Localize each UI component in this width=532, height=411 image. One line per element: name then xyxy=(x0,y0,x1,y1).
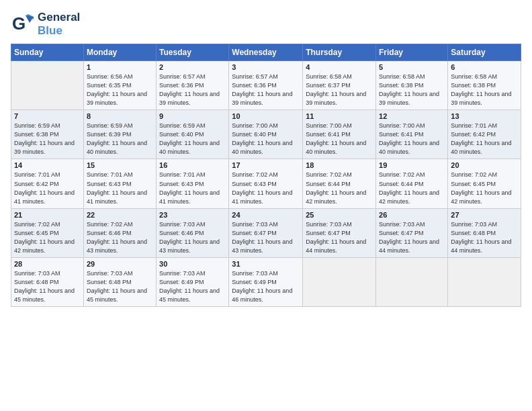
day-info: Sunrise: 7:01 AM Sunset: 6:43 PM Dayligh… xyxy=(159,171,226,205)
day-number: 27 xyxy=(451,211,518,219)
day-number: 11 xyxy=(306,112,373,120)
calendar-cell: 15 Sunrise: 7:01 AM Sunset: 6:43 PM Dayl… xyxy=(83,159,156,208)
week-row-2: 7 Sunrise: 6:59 AM Sunset: 6:38 PM Dayli… xyxy=(11,110,521,159)
day-number: 3 xyxy=(232,63,300,71)
day-info: Sunrise: 7:03 AM Sunset: 6:47 PM Dayligh… xyxy=(379,220,445,255)
calendar-cell: 12 Sunrise: 7:00 AM Sunset: 6:41 PM Dayl… xyxy=(376,110,448,159)
calendar-cell: 11 Sunrise: 7:00 AM Sunset: 6:41 PM Dayl… xyxy=(303,110,376,159)
day-info: Sunrise: 7:02 AM Sunset: 6:46 PM Dayligh… xyxy=(87,220,153,255)
calendar-cell: 27 Sunrise: 7:03 AM Sunset: 6:48 PM Dayl… xyxy=(448,208,521,257)
day-number: 20 xyxy=(451,161,518,169)
week-row-1: 1 Sunrise: 6:56 AM Sunset: 6:35 PM Dayli… xyxy=(11,61,521,110)
calendar-cell: 31 Sunrise: 7:03 AM Sunset: 6:49 PM Dayl… xyxy=(229,257,303,306)
day-info: Sunrise: 7:03 AM Sunset: 6:46 PM Dayligh… xyxy=(159,220,226,255)
calendar-cell: 30 Sunrise: 7:03 AM Sunset: 6:49 PM Dayl… xyxy=(157,257,229,306)
calendar-cell: 3 Sunrise: 6:57 AM Sunset: 6:36 PM Dayli… xyxy=(229,61,303,110)
weekday-header-tuesday: Tuesday xyxy=(157,44,229,61)
logo-icon: G xyxy=(11,12,35,36)
day-number: 10 xyxy=(232,112,300,120)
calendar-cell xyxy=(11,61,84,110)
week-row-3: 14 Sunrise: 7:01 AM Sunset: 6:42 PM Dayl… xyxy=(11,159,521,208)
day-number: 31 xyxy=(232,260,300,268)
calendar-cell: 4 Sunrise: 6:58 AM Sunset: 6:37 PM Dayli… xyxy=(303,61,376,110)
calendar-cell: 2 Sunrise: 6:57 AM Sunset: 6:36 PM Dayli… xyxy=(157,61,229,110)
day-info: Sunrise: 6:59 AM Sunset: 6:40 PM Dayligh… xyxy=(159,122,226,156)
svg-text:G: G xyxy=(12,13,26,34)
day-number: 2 xyxy=(159,63,226,71)
weekday-header-monday: Monday xyxy=(83,44,156,61)
day-info: Sunrise: 7:03 AM Sunset: 6:49 PM Dayligh… xyxy=(159,269,226,304)
calendar-cell: 8 Sunrise: 6:59 AM Sunset: 6:39 PM Dayli… xyxy=(83,110,156,159)
day-info: Sunrise: 7:02 AM Sunset: 6:43 PM Dayligh… xyxy=(232,171,300,205)
day-info: Sunrise: 6:56 AM Sunset: 6:35 PM Dayligh… xyxy=(87,73,153,107)
weekday-header-sunday: Sunday xyxy=(11,44,84,61)
day-number: 23 xyxy=(159,211,226,219)
day-info: Sunrise: 7:00 AM Sunset: 6:41 PM Dayligh… xyxy=(379,122,445,156)
day-number: 7 xyxy=(14,112,81,120)
calendar-cell xyxy=(303,257,376,306)
day-number: 25 xyxy=(306,211,373,219)
day-number: 9 xyxy=(159,112,226,120)
day-info: Sunrise: 7:03 AM Sunset: 6:48 PM Dayligh… xyxy=(451,220,518,255)
day-number: 12 xyxy=(379,112,445,120)
calendar-cell: 6 Sunrise: 6:58 AM Sunset: 6:38 PM Dayli… xyxy=(448,61,521,110)
day-info: Sunrise: 7:03 AM Sunset: 6:47 PM Dayligh… xyxy=(306,220,373,255)
day-number: 30 xyxy=(159,260,226,268)
day-number: 16 xyxy=(159,161,226,169)
day-info: Sunrise: 7:01 AM Sunset: 6:42 PM Dayligh… xyxy=(451,122,518,156)
weekday-header-wednesday: Wednesday xyxy=(229,44,303,61)
calendar-cell: 23 Sunrise: 7:03 AM Sunset: 6:46 PM Dayl… xyxy=(157,208,229,257)
day-info: Sunrise: 7:03 AM Sunset: 6:48 PM Dayligh… xyxy=(14,269,81,304)
day-info: Sunrise: 7:02 AM Sunset: 6:45 PM Dayligh… xyxy=(451,171,518,205)
day-number: 29 xyxy=(87,260,153,268)
calendar-cell: 9 Sunrise: 6:59 AM Sunset: 6:40 PM Dayli… xyxy=(157,110,229,159)
day-number: 1 xyxy=(87,63,153,71)
week-row-5: 28 Sunrise: 7:03 AM Sunset: 6:48 PM Dayl… xyxy=(11,257,521,306)
day-info: Sunrise: 7:03 AM Sunset: 6:47 PM Dayligh… xyxy=(232,220,300,255)
day-number: 6 xyxy=(451,63,518,71)
logo: G General Blue xyxy=(11,11,80,37)
day-info: Sunrise: 6:57 AM Sunset: 6:36 PM Dayligh… xyxy=(232,73,300,107)
calendar-cell: 20 Sunrise: 7:02 AM Sunset: 6:45 PM Dayl… xyxy=(448,159,521,208)
week-row-4: 21 Sunrise: 7:02 AM Sunset: 6:45 PM Dayl… xyxy=(11,208,521,257)
day-info: Sunrise: 6:59 AM Sunset: 6:39 PM Dayligh… xyxy=(87,122,153,156)
calendar-cell: 10 Sunrise: 7:00 AM Sunset: 6:40 PM Dayl… xyxy=(229,110,303,159)
day-number: 24 xyxy=(232,211,300,219)
weekday-header-saturday: Saturday xyxy=(448,44,521,61)
calendar-cell: 1 Sunrise: 6:56 AM Sunset: 6:35 PM Dayli… xyxy=(83,61,156,110)
day-number: 4 xyxy=(306,63,373,71)
calendar-cell: 19 Sunrise: 7:02 AM Sunset: 6:44 PM Dayl… xyxy=(376,159,448,208)
calendar-cell: 26 Sunrise: 7:03 AM Sunset: 6:47 PM Dayl… xyxy=(376,208,448,257)
calendar-table: SundayMondayTuesdayWednesdayThursdayFrid… xyxy=(11,44,521,307)
day-info: Sunrise: 7:02 AM Sunset: 6:45 PM Dayligh… xyxy=(14,220,81,255)
day-info: Sunrise: 7:02 AM Sunset: 6:44 PM Dayligh… xyxy=(306,171,373,205)
day-number: 5 xyxy=(379,63,445,71)
day-info: Sunrise: 6:58 AM Sunset: 6:38 PM Dayligh… xyxy=(379,73,445,107)
calendar-cell: 13 Sunrise: 7:01 AM Sunset: 6:42 PM Dayl… xyxy=(448,110,521,159)
weekday-header-thursday: Thursday xyxy=(303,44,376,61)
day-number: 26 xyxy=(379,211,445,219)
day-number: 14 xyxy=(14,161,81,169)
day-number: 15 xyxy=(87,161,153,169)
day-info: Sunrise: 7:03 AM Sunset: 6:48 PM Dayligh… xyxy=(87,269,153,304)
day-info: Sunrise: 7:00 AM Sunset: 6:40 PM Dayligh… xyxy=(232,122,300,156)
calendar-cell: 24 Sunrise: 7:03 AM Sunset: 6:47 PM Dayl… xyxy=(229,208,303,257)
calendar-cell: 28 Sunrise: 7:03 AM Sunset: 6:48 PM Dayl… xyxy=(11,257,84,306)
weekday-header-friday: Friday xyxy=(376,44,448,61)
day-info: Sunrise: 7:01 AM Sunset: 6:42 PM Dayligh… xyxy=(14,171,81,205)
day-info: Sunrise: 7:03 AM Sunset: 6:49 PM Dayligh… xyxy=(232,269,300,304)
day-number: 22 xyxy=(87,211,153,219)
day-info: Sunrise: 7:02 AM Sunset: 6:44 PM Dayligh… xyxy=(379,171,445,205)
day-info: Sunrise: 6:57 AM Sunset: 6:36 PM Dayligh… xyxy=(159,73,226,107)
header-row: SundayMondayTuesdayWednesdayThursdayFrid… xyxy=(11,44,521,61)
day-number: 28 xyxy=(14,260,81,268)
header: G General Blue xyxy=(11,11,521,37)
day-number: 21 xyxy=(14,211,81,219)
day-number: 13 xyxy=(451,112,518,120)
day-number: 17 xyxy=(232,161,300,169)
day-info: Sunrise: 6:58 AM Sunset: 6:37 PM Dayligh… xyxy=(306,73,373,107)
day-number: 18 xyxy=(306,161,373,169)
calendar-cell: 17 Sunrise: 7:02 AM Sunset: 6:43 PM Dayl… xyxy=(229,159,303,208)
calendar-page: G General Blue SundayMondayTuesdayWednes… xyxy=(0,0,532,411)
calendar-cell: 14 Sunrise: 7:01 AM Sunset: 6:42 PM Dayl… xyxy=(11,159,84,208)
